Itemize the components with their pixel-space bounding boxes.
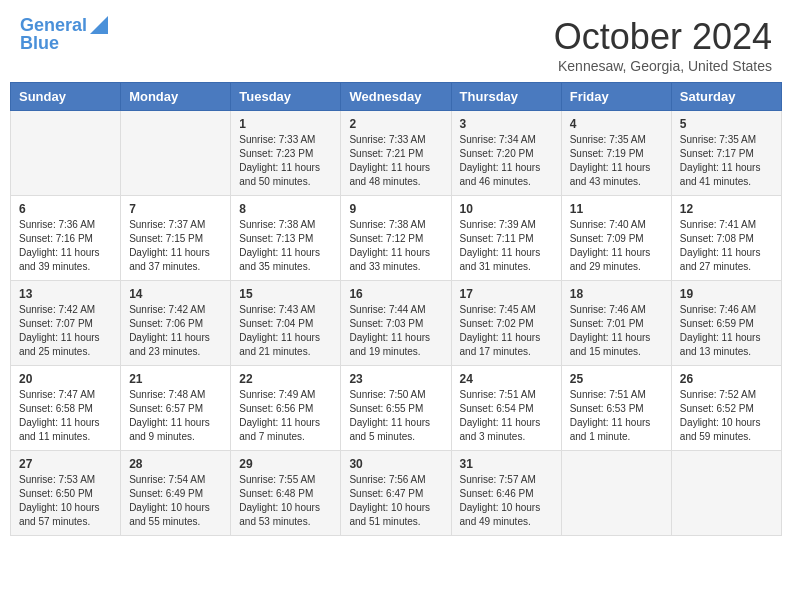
day-number: 30 [349,457,442,471]
day-number: 5 [680,117,773,131]
calendar-cell: 23Sunrise: 7:50 AM Sunset: 6:55 PM Dayli… [341,366,451,451]
calendar-cell: 10Sunrise: 7:39 AM Sunset: 7:11 PM Dayli… [451,196,561,281]
day-number: 9 [349,202,442,216]
day-number: 7 [129,202,222,216]
day-number: 21 [129,372,222,386]
header-row: SundayMondayTuesdayWednesdayThursdayFrid… [11,83,782,111]
day-number: 11 [570,202,663,216]
day-number: 26 [680,372,773,386]
day-number: 8 [239,202,332,216]
svg-marker-0 [90,16,108,34]
day-info: Sunrise: 7:49 AM Sunset: 6:56 PM Dayligh… [239,388,332,444]
calendar-cell: 18Sunrise: 7:46 AM Sunset: 7:01 PM Dayli… [561,281,671,366]
calendar-cell: 21Sunrise: 7:48 AM Sunset: 6:57 PM Dayli… [121,366,231,451]
day-info: Sunrise: 7:43 AM Sunset: 7:04 PM Dayligh… [239,303,332,359]
day-info: Sunrise: 7:46 AM Sunset: 6:59 PM Dayligh… [680,303,773,359]
week-row-4: 20Sunrise: 7:47 AM Sunset: 6:58 PM Dayli… [11,366,782,451]
calendar-cell: 13Sunrise: 7:42 AM Sunset: 7:07 PM Dayli… [11,281,121,366]
day-info: Sunrise: 7:40 AM Sunset: 7:09 PM Dayligh… [570,218,663,274]
calendar-cell: 22Sunrise: 7:49 AM Sunset: 6:56 PM Dayli… [231,366,341,451]
day-info: Sunrise: 7:53 AM Sunset: 6:50 PM Dayligh… [19,473,112,529]
day-info: Sunrise: 7:57 AM Sunset: 6:46 PM Dayligh… [460,473,553,529]
week-row-2: 6Sunrise: 7:36 AM Sunset: 7:16 PM Daylig… [11,196,782,281]
day-info: Sunrise: 7:34 AM Sunset: 7:20 PM Dayligh… [460,133,553,189]
calendar-cell: 28Sunrise: 7:54 AM Sunset: 6:49 PM Dayli… [121,451,231,536]
day-info: Sunrise: 7:48 AM Sunset: 6:57 PM Dayligh… [129,388,222,444]
calendar-body: 1Sunrise: 7:33 AM Sunset: 7:23 PM Daylig… [11,111,782,536]
calendar-cell: 8Sunrise: 7:38 AM Sunset: 7:13 PM Daylig… [231,196,341,281]
week-row-3: 13Sunrise: 7:42 AM Sunset: 7:07 PM Dayli… [11,281,782,366]
day-info: Sunrise: 7:47 AM Sunset: 6:58 PM Dayligh… [19,388,112,444]
calendar-cell: 5Sunrise: 7:35 AM Sunset: 7:17 PM Daylig… [671,111,781,196]
title-block: October 2024 Kennesaw, Georgia, United S… [554,16,772,74]
day-number: 28 [129,457,222,471]
calendar-cell: 9Sunrise: 7:38 AM Sunset: 7:12 PM Daylig… [341,196,451,281]
day-number: 4 [570,117,663,131]
day-info: Sunrise: 7:41 AM Sunset: 7:08 PM Dayligh… [680,218,773,274]
calendar-cell: 27Sunrise: 7:53 AM Sunset: 6:50 PM Dayli… [11,451,121,536]
day-info: Sunrise: 7:42 AM Sunset: 7:07 PM Dayligh… [19,303,112,359]
day-number: 15 [239,287,332,301]
day-info: Sunrise: 7:42 AM Sunset: 7:06 PM Dayligh… [129,303,222,359]
day-info: Sunrise: 7:54 AM Sunset: 6:49 PM Dayligh… [129,473,222,529]
day-number: 24 [460,372,553,386]
calendar-wrapper: SundayMondayTuesdayWednesdayThursdayFrid… [0,82,792,546]
day-info: Sunrise: 7:38 AM Sunset: 7:13 PM Dayligh… [239,218,332,274]
day-number: 29 [239,457,332,471]
day-info: Sunrise: 7:50 AM Sunset: 6:55 PM Dayligh… [349,388,442,444]
calendar-cell: 24Sunrise: 7:51 AM Sunset: 6:54 PM Dayli… [451,366,561,451]
calendar-cell: 20Sunrise: 7:47 AM Sunset: 6:58 PM Dayli… [11,366,121,451]
calendar-cell: 14Sunrise: 7:42 AM Sunset: 7:06 PM Dayli… [121,281,231,366]
calendar-cell: 26Sunrise: 7:52 AM Sunset: 6:52 PM Dayli… [671,366,781,451]
day-number: 1 [239,117,332,131]
day-number: 10 [460,202,553,216]
week-row-1: 1Sunrise: 7:33 AM Sunset: 7:23 PM Daylig… [11,111,782,196]
day-info: Sunrise: 7:39 AM Sunset: 7:11 PM Dayligh… [460,218,553,274]
day-number: 3 [460,117,553,131]
calendar-cell: 29Sunrise: 7:55 AM Sunset: 6:48 PM Dayli… [231,451,341,536]
day-number: 19 [680,287,773,301]
day-info: Sunrise: 7:36 AM Sunset: 7:16 PM Dayligh… [19,218,112,274]
calendar-cell: 4Sunrise: 7:35 AM Sunset: 7:19 PM Daylig… [561,111,671,196]
calendar-cell [561,451,671,536]
day-header-saturday: Saturday [671,83,781,111]
day-number: 17 [460,287,553,301]
calendar-cell [671,451,781,536]
calendar-cell: 31Sunrise: 7:57 AM Sunset: 6:46 PM Dayli… [451,451,561,536]
calendar-cell [121,111,231,196]
day-info: Sunrise: 7:52 AM Sunset: 6:52 PM Dayligh… [680,388,773,444]
logo: General Blue [20,16,108,54]
calendar-cell: 30Sunrise: 7:56 AM Sunset: 6:47 PM Dayli… [341,451,451,536]
week-row-5: 27Sunrise: 7:53 AM Sunset: 6:50 PM Dayli… [11,451,782,536]
day-number: 18 [570,287,663,301]
day-number: 23 [349,372,442,386]
day-info: Sunrise: 7:38 AM Sunset: 7:12 PM Dayligh… [349,218,442,274]
main-title: October 2024 [554,16,772,58]
calendar-cell: 19Sunrise: 7:46 AM Sunset: 6:59 PM Dayli… [671,281,781,366]
day-info: Sunrise: 7:37 AM Sunset: 7:15 PM Dayligh… [129,218,222,274]
day-number: 14 [129,287,222,301]
day-number: 31 [460,457,553,471]
calendar-cell: 3Sunrise: 7:34 AM Sunset: 7:20 PM Daylig… [451,111,561,196]
day-info: Sunrise: 7:33 AM Sunset: 7:23 PM Dayligh… [239,133,332,189]
logo-triangle-icon [90,16,108,34]
calendar-cell: 6Sunrise: 7:36 AM Sunset: 7:16 PM Daylig… [11,196,121,281]
day-header-thursday: Thursday [451,83,561,111]
day-number: 2 [349,117,442,131]
day-header-tuesday: Tuesday [231,83,341,111]
logo-blue-text: Blue [20,34,108,54]
calendar-table: SundayMondayTuesdayWednesdayThursdayFrid… [10,82,782,536]
day-number: 13 [19,287,112,301]
day-info: Sunrise: 7:33 AM Sunset: 7:21 PM Dayligh… [349,133,442,189]
day-info: Sunrise: 7:46 AM Sunset: 7:01 PM Dayligh… [570,303,663,359]
day-header-wednesday: Wednesday [341,83,451,111]
calendar-cell: 17Sunrise: 7:45 AM Sunset: 7:02 PM Dayli… [451,281,561,366]
day-info: Sunrise: 7:45 AM Sunset: 7:02 PM Dayligh… [460,303,553,359]
day-number: 20 [19,372,112,386]
day-number: 12 [680,202,773,216]
calendar-cell: 1Sunrise: 7:33 AM Sunset: 7:23 PM Daylig… [231,111,341,196]
day-info: Sunrise: 7:51 AM Sunset: 6:53 PM Dayligh… [570,388,663,444]
day-info: Sunrise: 7:35 AM Sunset: 7:19 PM Dayligh… [570,133,663,189]
calendar-cell: 16Sunrise: 7:44 AM Sunset: 7:03 PM Dayli… [341,281,451,366]
day-info: Sunrise: 7:44 AM Sunset: 7:03 PM Dayligh… [349,303,442,359]
